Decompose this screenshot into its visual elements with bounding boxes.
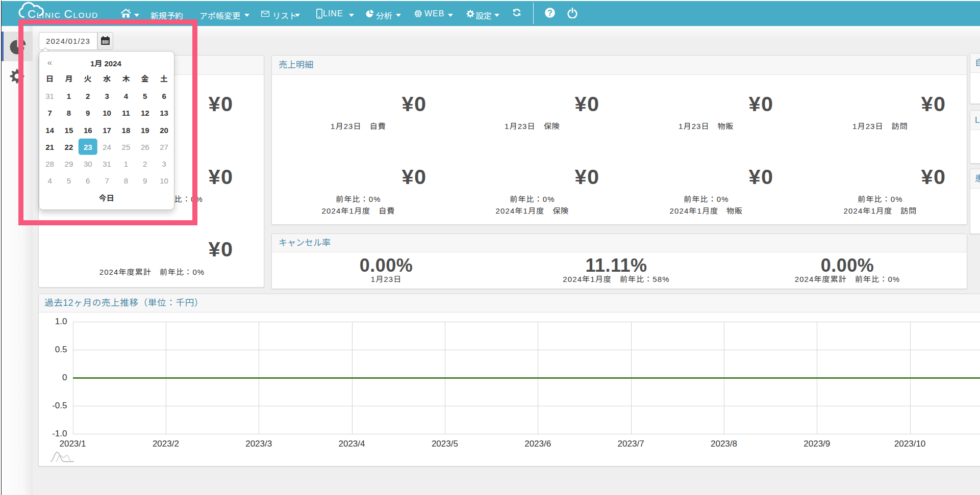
svg-text:?: ? xyxy=(547,9,552,17)
